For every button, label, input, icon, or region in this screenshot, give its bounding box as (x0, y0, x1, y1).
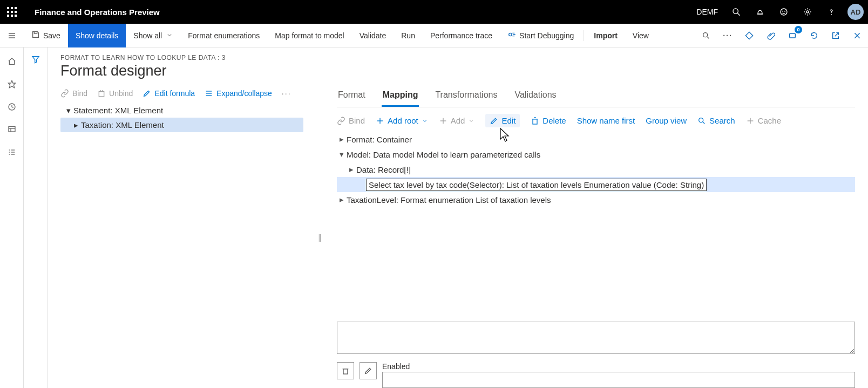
svg-point-12 (781, 9, 787, 15)
main-content: FORMAT TO LEARN HOW TO LOOKUP LE DATA : … (48, 47, 868, 388)
workspace-icon[interactable] (5, 123, 18, 136)
cache-button: Cache (746, 116, 781, 125)
edit-small-button[interactable] (360, 362, 377, 379)
map-format-button[interactable]: Map format to model (267, 24, 351, 47)
edit-label: Edit (501, 116, 516, 125)
svg-marker-24 (745, 32, 752, 39)
tree-row[interactable]: ▾ Statement: XML Element (60, 103, 303, 118)
tree-label: Format: Container (347, 135, 412, 144)
tree-row[interactable]: ▸ Format: Container (337, 132, 855, 147)
delete-small-button[interactable] (337, 362, 354, 379)
hamburger-icon[interactable] (0, 24, 24, 47)
bell-icon[interactable] (749, 1, 771, 23)
right-pane: Format Mapping Transformations Validatio… (337, 87, 855, 388)
delete-label: Delete (542, 116, 566, 125)
svg-point-16 (831, 14, 832, 15)
gear-icon[interactable] (797, 1, 818, 23)
help-icon[interactable] (820, 1, 842, 23)
clock-icon[interactable] (5, 100, 18, 113)
svg-rect-20 (34, 32, 37, 33)
svg-point-53 (699, 118, 703, 122)
home-icon[interactable] (5, 55, 18, 68)
open-new-icon[interactable] (825, 25, 846, 46)
separator (584, 30, 584, 41)
show-details-button[interactable]: Show details (68, 24, 126, 47)
messages-badge-icon[interactable]: 0 (782, 25, 803, 46)
view-button[interactable]: View (625, 24, 656, 47)
right-tree: ▸ Format: Container ▾ Model: Data model … (337, 132, 855, 207)
tree-label: Data: Record[!] (356, 165, 411, 174)
chevron-right-icon[interactable]: ▸ (337, 195, 347, 205)
search-button[interactable]: Search (697, 116, 735, 125)
tab-format[interactable]: Format (337, 87, 367, 107)
bind-button: Bind (60, 89, 87, 98)
expand-collapse-button[interactable]: Expand/collapse (205, 89, 272, 98)
expression-input[interactable] (337, 322, 855, 354)
debug-icon (507, 30, 516, 40)
delete-button[interactable]: Delete (531, 116, 566, 125)
show-name-first-button[interactable]: Show name first (577, 116, 635, 125)
start-debugging-button[interactable]: Start Debugging (500, 24, 581, 47)
validate-button[interactable]: Validate (352, 24, 394, 47)
chevron-right-icon[interactable]: ▸ (337, 134, 347, 144)
splitter[interactable]: ‖ (318, 87, 322, 388)
svg-rect-2 (15, 7, 17, 9)
chevron-down-icon[interactable]: ▾ (64, 106, 73, 115)
svg-point-15 (806, 11, 809, 13)
left-toolbar: Bind Unbind Edit formula Expand/collapse (60, 87, 303, 103)
group-view-button[interactable]: Group view (646, 116, 687, 125)
nav-rail (0, 47, 24, 388)
save-button[interactable]: Save (24, 24, 68, 47)
svg-rect-40 (99, 92, 104, 97)
tree-label: Statement: XML Element (73, 106, 163, 115)
chevron-right-icon[interactable]: ▸ (347, 165, 356, 174)
feedback-smile-icon[interactable] (773, 1, 795, 23)
tab-transformations[interactable]: Transformations (434, 87, 498, 107)
import-button[interactable]: Import (586, 24, 625, 47)
close-icon[interactable] (846, 25, 868, 46)
tree-row[interactable]: ▾ Model: Data model Model to learn param… (337, 147, 855, 162)
enabled-input[interactable] (382, 372, 855, 388)
left-more-icon[interactable]: ··· (282, 89, 291, 98)
add-root-button[interactable]: Add root (376, 116, 428, 125)
tab-mapping[interactable]: Mapping (382, 87, 419, 107)
svg-rect-0 (7, 7, 9, 9)
svg-rect-57 (343, 369, 348, 374)
ellipsis-icon[interactable]: ··· (717, 25, 738, 46)
tree-row[interactable]: ▸ Taxation: XML Element (60, 118, 303, 132)
paperclip-icon[interactable] (760, 25, 782, 46)
search-icon[interactable] (725, 1, 747, 23)
filter-icon[interactable] (31, 55, 40, 388)
tree-row[interactable]: Select tax level by tax code(Selector): … (337, 177, 855, 192)
avatar[interactable]: AD (847, 4, 864, 20)
import-label: Import (594, 31, 618, 40)
edit-formula-label: Edit formula (154, 89, 195, 98)
format-enumerations-button[interactable]: Format enumerations (180, 24, 267, 47)
search-small-icon[interactable] (695, 25, 717, 46)
tab-validations[interactable]: Validations (513, 87, 557, 107)
map-format-label: Map format to model (275, 31, 344, 40)
tree-row[interactable]: ▸ Data: Record[!] (337, 162, 855, 177)
perf-trace-button[interactable]: Performance trace (423, 24, 500, 47)
svg-point-22 (703, 32, 708, 37)
validate-label: Validate (360, 31, 386, 40)
page-title: Format designer (60, 63, 855, 79)
refresh-icon[interactable] (803, 25, 825, 46)
edit-formula-button[interactable]: Edit formula (143, 89, 195, 98)
tree-row[interactable]: ▸ TaxationLevel: Format enumeration List… (337, 192, 855, 207)
svg-rect-1 (11, 7, 13, 9)
add-root-label: Add root (388, 116, 418, 125)
show-all-button[interactable]: Show all (126, 24, 180, 47)
chevron-down-icon[interactable]: ▾ (337, 149, 347, 159)
company-code[interactable]: DEMF (696, 8, 718, 16)
chevron-right-icon[interactable]: ▸ (71, 120, 81, 130)
edit-button[interactable]: Edit (485, 114, 520, 127)
breadcrumb: FORMAT TO LEARN HOW TO LOOKUP LE DATA : … (60, 54, 855, 62)
modules-icon[interactable] (5, 146, 18, 159)
chevron-down-icon (166, 31, 173, 40)
run-button[interactable]: Run (394, 24, 423, 47)
add-button: Add (439, 116, 475, 125)
diamond-icon[interactable] (738, 25, 760, 46)
star-icon[interactable] (5, 78, 18, 91)
app-launcher-icon[interactable] (0, 0, 24, 24)
